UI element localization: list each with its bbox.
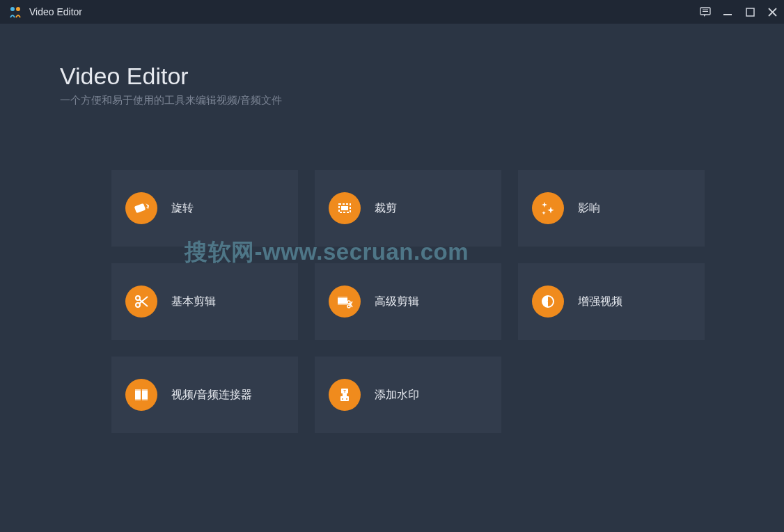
tool-joiner[interactable]: 视频/音频连接器 [111, 357, 298, 433]
svg-point-24 [544, 302, 547, 304]
rotate-icon [125, 192, 157, 224]
tool-effects[interactable]: 影响 [518, 170, 705, 247]
window-controls [699, 6, 778, 18]
enhance-icon [532, 285, 564, 318]
tool-watermark[interactable]: T 添加水印 [315, 357, 501, 433]
tool-label: 基本剪辑 [171, 295, 216, 309]
svg-rect-6 [746, 8, 754, 16]
svg-rect-31 [142, 399, 148, 400]
svg-point-23 [545, 299, 547, 301]
effects-icon [532, 192, 564, 224]
tool-advanced-clip[interactable]: 高级剪辑 [315, 263, 501, 340]
advanced-clip-icon [329, 285, 361, 318]
tool-crop[interactable]: 裁剪 [315, 170, 501, 247]
tool-label: 添加水印 [375, 388, 419, 402]
tool-label: 影响 [578, 201, 600, 216]
tool-rotate[interactable]: 旋转 [111, 170, 298, 247]
svg-rect-26 [135, 389, 141, 400]
window-title: Video Editor [29, 6, 699, 17]
page-subtitle: 一个方便和易于使用的工具来编辑视频/音频文件 [60, 94, 784, 107]
feedback-icon[interactable] [699, 6, 712, 18]
tool-label: 增强视频 [578, 295, 622, 309]
tool-label: 视频/音频连接器 [171, 388, 252, 402]
tool-enhance[interactable]: 增强视频 [518, 263, 705, 340]
tool-label: 高级剪辑 [375, 295, 419, 309]
svg-text:T: T [343, 389, 346, 393]
svg-rect-29 [135, 399, 141, 400]
svg-rect-34 [343, 393, 347, 396]
crop-icon [329, 192, 361, 224]
joiner-icon [125, 379, 157, 411]
svg-point-1 [16, 7, 20, 11]
page-title: Video Editor [60, 63, 784, 90]
svg-rect-17 [338, 297, 347, 298]
watermark-icon: T [329, 379, 361, 411]
tool-label: 旋转 [171, 201, 194, 216]
tools-grid: 旋转 裁剪 影响 基本剪辑 高级剪辑 增强视频 视频/音频连接器 [111, 170, 784, 433]
maximize-button[interactable] [744, 6, 756, 18]
page-header: Video Editor 一个方便和易于使用的工具来编辑视频/音频文件 [0, 24, 784, 107]
svg-rect-28 [135, 389, 141, 391]
close-button[interactable] [766, 6, 778, 18]
svg-rect-30 [142, 389, 148, 391]
svg-rect-18 [338, 304, 347, 305]
svg-point-0 [10, 7, 15, 11]
svg-rect-35 [340, 396, 349, 401]
svg-point-25 [548, 301, 550, 303]
svg-rect-27 [142, 389, 148, 400]
basic-clip-icon [125, 285, 157, 318]
svg-rect-9 [134, 203, 146, 213]
svg-point-36 [342, 398, 343, 400]
app-logo-icon [8, 5, 22, 19]
minimize-button[interactable] [721, 6, 734, 18]
tool-label: 裁剪 [375, 201, 397, 216]
titlebar: Video Editor [0, 0, 784, 24]
svg-point-37 [346, 398, 347, 400]
svg-rect-11 [341, 206, 348, 210]
tool-basic-clip[interactable]: 基本剪辑 [111, 263, 298, 340]
